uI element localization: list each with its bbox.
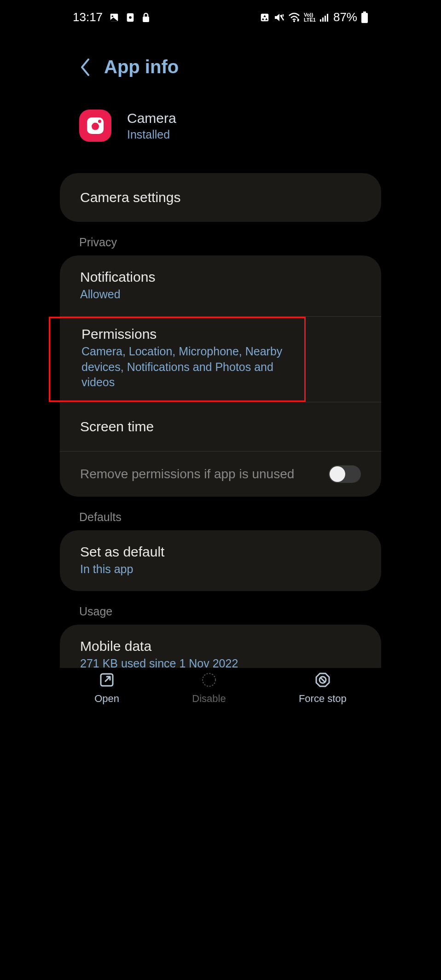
app-header: Camera Installed <box>58 77 383 151</box>
force-stop-button[interactable]: Force stop <box>299 672 347 705</box>
open-label: Open <box>94 693 119 705</box>
permissions-highlight: Permissions Camera, Location, Microphone… <box>49 317 306 402</box>
disable-button[interactable]: Disable <box>192 672 226 705</box>
mobile-data-title: Mobile data <box>80 638 361 654</box>
lte-icon: Vo))LTE1 <box>304 12 316 23</box>
back-button[interactable] <box>79 58 90 77</box>
remove-permissions-label: Remove permissions if app is unused <box>80 467 294 481</box>
svg-rect-5 <box>261 13 269 21</box>
app-icon <box>79 110 111 142</box>
svg-rect-12 <box>325 16 326 22</box>
svg-point-9 <box>293 20 295 22</box>
section-defaults: Defaults <box>58 497 383 530</box>
remove-permissions-toggle[interactable] <box>329 465 361 483</box>
set-default-sub: In this app <box>80 562 361 577</box>
lock-icon <box>141 12 151 23</box>
mute-icon <box>273 12 284 23</box>
open-button[interactable]: Open <box>94 672 119 705</box>
svg-rect-11 <box>322 17 324 22</box>
notifications-title: Notifications <box>80 269 361 285</box>
signal-icon <box>319 13 330 22</box>
svg-point-1 <box>112 15 114 17</box>
force-stop-label: Force stop <box>299 693 347 705</box>
status-time: 13:17 <box>73 10 103 24</box>
battery-icon <box>361 12 368 23</box>
status-bar: 13:17 Vo))LTE1 87 <box>58 0 383 29</box>
wifi-icon <box>288 12 300 23</box>
remove-permissions-row[interactable]: Remove permissions if app is unused <box>60 451 381 497</box>
svg-point-17 <box>203 673 215 686</box>
svg-rect-10 <box>320 19 321 22</box>
screen-time-title: Screen time <box>80 419 361 435</box>
svg-line-20 <box>320 678 325 682</box>
card-icon <box>126 12 135 23</box>
open-icon <box>99 672 115 688</box>
permissions-title: Permissions <box>81 326 284 342</box>
bottom-action-bar: Open Disable Force stop <box>58 668 383 713</box>
svg-rect-13 <box>327 14 328 22</box>
force-stop-icon <box>314 672 331 688</box>
svg-point-3 <box>129 16 132 19</box>
permissions-row[interactable]: Permissions Camera, Location, Microphone… <box>81 326 284 390</box>
set-default-title: Set as default <box>80 544 361 560</box>
disable-label: Disable <box>192 693 226 705</box>
app-name: Camera <box>127 110 176 126</box>
screen-time-row[interactable]: Screen time <box>60 402 381 451</box>
svg-rect-15 <box>361 13 368 23</box>
notifications-row[interactable]: Notifications Allowed <box>60 255 381 316</box>
camera-icon <box>87 117 104 134</box>
svg-rect-4 <box>143 17 149 22</box>
set-default-row[interactable]: Set as default In this app <box>60 530 381 591</box>
recycle-icon <box>260 12 270 23</box>
toggle-knob <box>330 466 345 482</box>
camera-settings-card[interactable]: Camera settings <box>60 173 381 222</box>
section-usage: Usage <box>58 591 383 625</box>
page-title: App info <box>104 57 179 77</box>
section-privacy: Privacy <box>58 222 383 255</box>
camera-settings-label: Camera settings <box>80 190 361 205</box>
app-status: Installed <box>127 128 176 141</box>
picture-icon <box>109 12 119 23</box>
notifications-sub: Allowed <box>80 287 361 302</box>
battery-pct: 87% <box>333 10 357 24</box>
permissions-sub: Camera, Location, Microphone, Nearby dev… <box>81 344 284 390</box>
disable-icon <box>201 672 217 688</box>
svg-rect-14 <box>363 12 366 13</box>
